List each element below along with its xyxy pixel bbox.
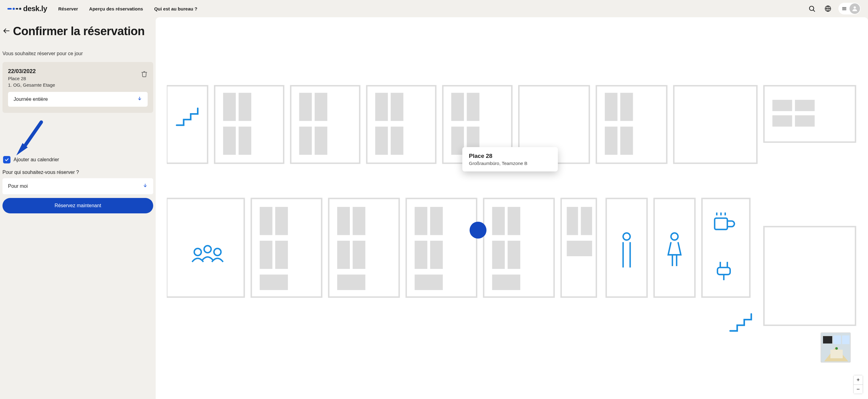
back-button[interactable] bbox=[2, 27, 10, 36]
nav-who[interactable]: Qui est au bureau ? bbox=[154, 6, 197, 11]
svg-rect-73 bbox=[492, 274, 520, 290]
svg-rect-89 bbox=[830, 350, 843, 358]
person-icon bbox=[851, 5, 858, 12]
svg-rect-55 bbox=[275, 207, 288, 235]
zoom-controls: + − bbox=[853, 375, 863, 394]
svg-rect-26 bbox=[299, 127, 312, 155]
for-whom-select[interactable]: Pour moi bbox=[2, 178, 153, 194]
logo[interactable]: desk.ly bbox=[7, 4, 47, 13]
nav-reserve[interactable]: Réserver bbox=[58, 6, 78, 11]
svg-rect-69 bbox=[492, 207, 505, 235]
svg-point-90 bbox=[835, 347, 838, 350]
svg-rect-85 bbox=[823, 336, 832, 343]
zoom-out-button[interactable]: − bbox=[854, 385, 863, 394]
svg-rect-31 bbox=[391, 127, 403, 155]
chevron-down-icon bbox=[137, 96, 142, 102]
avatar bbox=[849, 3, 860, 14]
logo-text: desk.ly bbox=[23, 4, 47, 13]
duration-select[interactable]: Journée entière bbox=[8, 92, 148, 107]
subheading: Vous souhaitez réserver pour ce jour bbox=[2, 51, 153, 56]
booking-card: 22/03/2022 Place 28 1. OG, Gesamte Etage… bbox=[2, 62, 153, 113]
main-nav: Réserver Aperçu des réservations Qui est… bbox=[58, 6, 197, 11]
svg-rect-25 bbox=[315, 93, 327, 121]
svg-rect-71 bbox=[492, 241, 505, 269]
svg-point-80 bbox=[623, 233, 630, 240]
nav-overview[interactable]: Aperçu des réservations bbox=[89, 6, 143, 11]
svg-rect-54 bbox=[260, 207, 273, 235]
logo-mark-icon bbox=[7, 8, 21, 10]
for-whom-value: Pour moi bbox=[8, 183, 28, 189]
svg-rect-24 bbox=[299, 93, 312, 121]
svg-rect-86 bbox=[834, 336, 841, 344]
check-icon bbox=[4, 157, 9, 162]
svg-rect-61 bbox=[337, 241, 350, 269]
coffee-icon bbox=[714, 212, 734, 229]
booking-floor: 1. OG, Gesamte Etage bbox=[8, 82, 148, 88]
app-header: desk.ly Réserver Aperçu des réservations… bbox=[0, 0, 868, 17]
annotation-arrow bbox=[2, 122, 153, 156]
svg-rect-28 bbox=[375, 93, 388, 121]
booking-sidebar: Confirmer la réservation Vous souhaitez … bbox=[0, 17, 156, 399]
seat-tooltip: Place 28 Großraumbüro, Teamzone B bbox=[462, 147, 558, 172]
svg-rect-58 bbox=[260, 274, 288, 290]
svg-rect-64 bbox=[414, 207, 427, 235]
svg-point-6 bbox=[854, 6, 856, 9]
svg-rect-60 bbox=[352, 207, 365, 235]
svg-point-78 bbox=[204, 246, 211, 253]
svg-rect-19 bbox=[764, 86, 855, 142]
svg-rect-57 bbox=[275, 241, 288, 269]
svg-rect-33 bbox=[467, 93, 479, 121]
svg-rect-38 bbox=[605, 127, 617, 155]
profile-menu[interactable] bbox=[838, 3, 861, 14]
svg-rect-39 bbox=[620, 127, 633, 155]
svg-rect-40 bbox=[772, 100, 792, 111]
reserve-now-button[interactable]: Réservez maintenant bbox=[2, 198, 153, 213]
svg-rect-59 bbox=[337, 207, 350, 235]
svg-rect-41 bbox=[795, 100, 815, 111]
svg-rect-21 bbox=[239, 93, 251, 121]
svg-rect-66 bbox=[414, 241, 427, 269]
svg-rect-20 bbox=[223, 93, 236, 121]
page-title: Confirmer la réservation bbox=[13, 25, 145, 38]
svg-rect-62 bbox=[352, 241, 365, 269]
svg-rect-32 bbox=[451, 93, 464, 121]
search-icon[interactable] bbox=[806, 3, 817, 14]
delete-booking-button[interactable] bbox=[141, 71, 148, 79]
svg-rect-67 bbox=[430, 241, 443, 269]
svg-rect-76 bbox=[567, 241, 592, 256]
svg-rect-50 bbox=[606, 198, 647, 297]
arrow-down-left-icon bbox=[12, 119, 45, 159]
svg-rect-74 bbox=[567, 207, 578, 235]
zoom-in-button[interactable]: + bbox=[854, 375, 863, 385]
svg-rect-29 bbox=[391, 93, 403, 121]
svg-rect-37 bbox=[620, 93, 633, 121]
svg-rect-72 bbox=[508, 241, 520, 269]
svg-rect-36 bbox=[605, 93, 617, 121]
svg-rect-30 bbox=[375, 127, 388, 155]
svg-rect-11 bbox=[167, 86, 208, 163]
trash-icon bbox=[141, 71, 148, 78]
globe-icon[interactable] bbox=[823, 3, 834, 14]
svg-rect-18 bbox=[674, 86, 757, 163]
svg-rect-23 bbox=[239, 127, 251, 155]
toilet-male-icon bbox=[623, 233, 630, 268]
for-whom-label: Pour qui souhaitez-vous réserver ? bbox=[2, 170, 153, 175]
svg-rect-75 bbox=[581, 207, 592, 235]
svg-rect-63 bbox=[337, 274, 365, 290]
svg-rect-68 bbox=[414, 274, 443, 290]
arrow-left-icon bbox=[2, 27, 10, 35]
svg-point-81 bbox=[671, 233, 678, 240]
add-calendar-checkbox[interactable] bbox=[3, 156, 10, 163]
svg-rect-51 bbox=[654, 198, 695, 297]
svg-rect-82 bbox=[714, 218, 727, 230]
svg-rect-70 bbox=[508, 207, 520, 235]
floorplan-panel: Place 28 Großraumbüro, Teamzone B + − bbox=[156, 17, 868, 399]
booking-place: Place 28 bbox=[8, 76, 148, 81]
svg-rect-87 bbox=[842, 336, 849, 344]
room-photo[interactable] bbox=[820, 332, 851, 363]
tooltip-subtitle: Großraumbüro, Teamzone B bbox=[469, 161, 545, 166]
floorplan[interactable] bbox=[156, 17, 868, 399]
svg-rect-27 bbox=[315, 127, 327, 155]
svg-rect-42 bbox=[772, 115, 792, 127]
plug-icon bbox=[718, 262, 730, 280]
